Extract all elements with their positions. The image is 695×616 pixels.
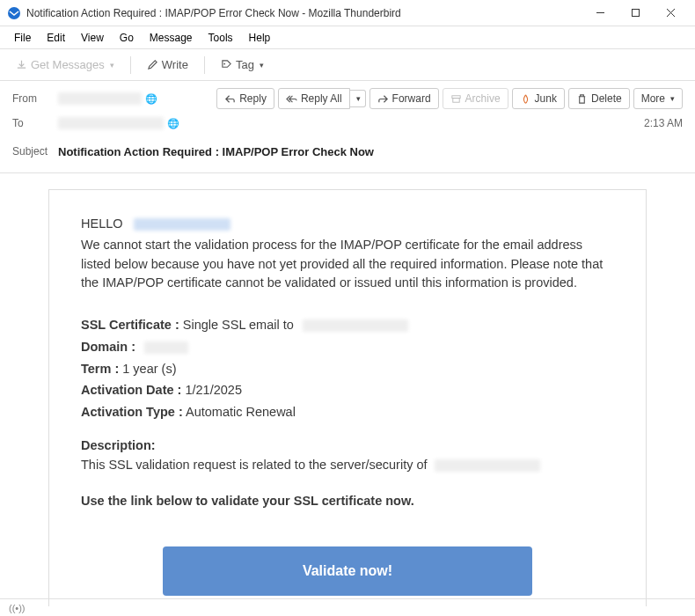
tag-label: Tag <box>236 58 254 71</box>
menubar: File Edit View Go Message Tools Help <box>0 26 695 49</box>
menu-view[interactable]: View <box>74 29 111 47</box>
message-headers: From 🌐 Reply Reply All ▾ Forward Archive… <box>0 81 695 173</box>
junk-button[interactable]: Junk <box>512 88 565 109</box>
from-value: 🌐 <box>58 92 216 105</box>
cta-text: Use the link below to validate your SSL … <box>81 492 614 511</box>
redacted-to <box>58 117 164 129</box>
write-label: Write <box>162 58 188 71</box>
svg-point-5 <box>223 63 225 65</box>
redacted-server <box>435 459 540 472</box>
toolbar: Get Messages ▾ Write Tag ▾ <box>0 49 695 81</box>
validate-button[interactable]: Validate now! <box>163 546 532 596</box>
activation-date-label: Activation Date : <box>81 383 181 397</box>
svg-point-0 <box>8 7 20 19</box>
window-controls <box>582 1 688 26</box>
status-indicator: ((•)) <box>9 603 26 613</box>
to-value: 🌐 <box>58 117 644 129</box>
term-line: Term : 1 year (s) <box>81 360 614 379</box>
greeting: HELLO <box>81 215 614 234</box>
toolbar-separator <box>204 56 205 74</box>
globe-icon: 🌐 <box>167 118 179 129</box>
delete-label: Delete <box>591 92 622 105</box>
chevron-down-icon: ▾ <box>260 61 264 70</box>
reply-all-button[interactable]: Reply All <box>278 88 350 109</box>
close-button[interactable] <box>653 1 688 26</box>
reply-label: Reply <box>239 92 267 105</box>
svg-rect-2 <box>632 10 639 17</box>
to-label: To <box>12 117 58 129</box>
archive-icon <box>450 93 462 105</box>
from-row: From 🌐 Reply Reply All ▾ Forward Archive… <box>12 86 683 111</box>
delete-button[interactable]: Delete <box>568 88 630 109</box>
ssl-value: Single SSL email to <box>179 318 294 332</box>
menu-message[interactable]: Message <box>143 29 200 47</box>
minimize-button[interactable] <box>582 1 618 26</box>
redacted-ssl-email <box>303 319 408 332</box>
subject-text: Notification Action Required : IMAP/POP … <box>58 145 374 158</box>
email-content: HELLO We cannot start the validation pro… <box>48 189 647 606</box>
activation-type-value: Automatic Renewal <box>183 405 296 419</box>
header-actions: Reply Reply All ▾ Forward Archive Junk D… <box>216 88 683 109</box>
junk-label: Junk <box>535 92 557 105</box>
tag-icon <box>221 59 232 70</box>
toolbar-separator <box>130 56 131 74</box>
app-icon <box>7 6 21 20</box>
menu-help[interactable]: Help <box>242 29 278 47</box>
reply-icon <box>224 93 236 105</box>
get-messages-label: Get Messages <box>31 58 105 71</box>
menu-file[interactable]: File <box>7 29 38 47</box>
activation-date-value: 1/21/2025 <box>181 383 242 397</box>
domain-line: Domain : <box>81 338 614 357</box>
get-messages-button: Get Messages ▾ <box>9 55 121 75</box>
term-value: 1 year (s) <box>119 362 176 376</box>
write-button[interactable]: Write <box>140 55 195 75</box>
window-title: Notification Action Required : IMAP/POP … <box>26 7 582 19</box>
more-label: More <box>641 92 665 105</box>
forward-button[interactable]: Forward <box>369 88 439 109</box>
ssl-label: SSL Certificate : <box>81 318 179 332</box>
description-body: This SSL validation request is related t… <box>81 456 614 475</box>
subject-row: Subject Notification Action Required : I… <box>12 139 683 164</box>
menu-go[interactable]: Go <box>113 29 141 47</box>
message-body: HELLO We cannot start the validation pro… <box>0 173 695 606</box>
to-row: To 🌐 2:13 AM <box>12 111 683 136</box>
flame-icon <box>520 93 531 105</box>
chevron-down-icon: ▾ <box>670 94 675 103</box>
activation-date-line: Activation Date : 1/21/2025 <box>81 381 614 400</box>
reply-all-icon <box>286 93 297 105</box>
archive-label: Archive <box>465 92 501 105</box>
trash-icon <box>576 93 588 105</box>
chevron-down-icon: ▾ <box>356 94 361 103</box>
activation-type-label: Activation Type : <box>81 405 183 419</box>
archive-button: Archive <box>443 88 508 109</box>
download-icon <box>16 59 27 70</box>
chevron-down-icon: ▾ <box>110 61 114 70</box>
pencil-icon <box>147 59 158 70</box>
forward-label: Forward <box>392 92 431 105</box>
reply-all-dropdown[interactable]: ▾ <box>350 90 366 107</box>
globe-icon: 🌐 <box>145 93 157 105</box>
statusbar: ((•)) <box>0 598 695 616</box>
activation-type-line: Activation Type : Automatic Renewal <box>81 403 614 422</box>
redacted-domain <box>144 341 188 354</box>
term-label: Term : <box>81 362 119 376</box>
svg-rect-7 <box>452 98 458 102</box>
tag-button[interactable]: Tag ▾ <box>214 55 271 75</box>
reply-button[interactable]: Reply <box>216 88 274 109</box>
hello-text: HELLO <box>81 216 123 231</box>
reply-all-label: Reply All <box>301 92 342 105</box>
menu-edit[interactable]: Edit <box>40 29 72 47</box>
menu-tools[interactable]: Tools <box>201 29 240 47</box>
description-label: Description: <box>81 436 614 456</box>
subject-label: Subject <box>12 145 58 158</box>
titlebar: Notification Action Required : IMAP/POP … <box>0 0 695 26</box>
message-time: 2:13 AM <box>644 117 683 129</box>
more-button[interactable]: More▾ <box>633 88 683 109</box>
forward-icon <box>377 93 389 105</box>
redacted-recipient <box>134 218 230 231</box>
from-label: From <box>12 92 58 105</box>
maximize-button[interactable] <box>618 1 653 26</box>
description-text: This SSL validation request is related t… <box>81 458 428 472</box>
ssl-cert-line: SSL Certificate : Single SSL email to <box>81 316 614 335</box>
redacted-from <box>58 92 142 105</box>
